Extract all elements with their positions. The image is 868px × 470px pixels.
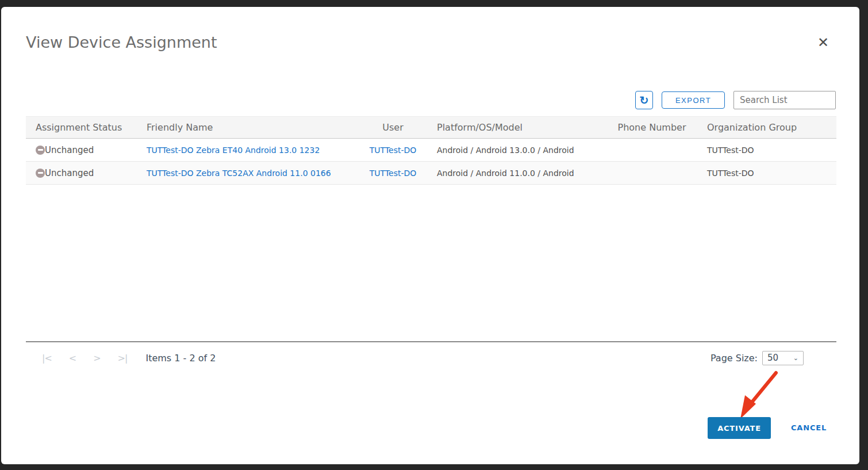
page-size-group: Page Size: 50 ⌄ xyxy=(710,351,804,365)
items-count-label: Items 1 - 2 of 2 xyxy=(145,353,216,364)
column-header-assignment-status[interactable]: Assignment Status xyxy=(26,117,143,139)
assignment-status-cell: Unchanged xyxy=(36,139,140,161)
table-header-row: Assignment Status Friendly Name User Pla… xyxy=(26,117,836,139)
friendly-name-link[interactable]: TUTTest-DO Zebra TC52AX Android 11.0 016… xyxy=(147,169,331,178)
chevron-down-icon: ⌄ xyxy=(793,354,798,362)
pagination-bar: |< < > >| Items 1 - 2 of 2 Page Size: 50… xyxy=(26,347,836,368)
last-page-icon[interactable]: >| xyxy=(118,353,128,364)
status-label: Unchanged xyxy=(45,168,94,178)
column-header-phone-number[interactable]: Phone Number xyxy=(600,117,704,139)
pagination-divider xyxy=(26,341,836,342)
phone-number-cell xyxy=(600,139,704,162)
friendly-name-link[interactable]: TUTTest-DO Zebra ET40 Android 13.0 1232 xyxy=(147,146,320,155)
table-row: Unchanged TUTTest-DO Zebra TC52AX Androi… xyxy=(26,162,836,185)
next-page-icon[interactable]: > xyxy=(93,353,100,364)
refresh-icon: ↻ xyxy=(640,94,649,107)
search-input[interactable] xyxy=(733,91,836,109)
cancel-button[interactable]: CANCEL xyxy=(791,423,827,432)
export-button[interactable]: EXPORT xyxy=(662,91,725,109)
device-assignment-table: Assignment Status Friendly Name User Pla… xyxy=(26,116,836,185)
activate-button[interactable]: ACTIVATE xyxy=(708,417,771,439)
close-icon[interactable]: ✕ xyxy=(817,36,829,49)
phone-number-cell xyxy=(600,162,704,185)
platform-cell: Android / Android 11.0.0 / Android xyxy=(433,162,600,185)
table-row: Unchanged TUTTest-DO Zebra ET40 Android … xyxy=(26,139,836,162)
refresh-button[interactable]: ↻ xyxy=(635,91,653,109)
pagination-nav: |< < > >| xyxy=(42,353,127,364)
page-title: View Device Assignment xyxy=(26,33,217,51)
column-header-friendly-name[interactable]: Friendly Name xyxy=(143,117,352,139)
column-header-platform[interactable]: Platform/OS/Model xyxy=(433,117,600,139)
column-header-organization-group[interactable]: Organization Group xyxy=(704,117,836,139)
page-size-label: Page Size: xyxy=(710,353,758,364)
page-size-value: 50 xyxy=(767,353,778,363)
previous-page-icon[interactable]: < xyxy=(69,353,76,364)
unchanged-minus-icon xyxy=(36,169,45,178)
unchanged-minus-icon xyxy=(36,146,45,155)
status-label: Unchanged xyxy=(45,145,94,155)
platform-cell: Android / Android 13.0.0 / Android xyxy=(433,139,600,162)
first-page-icon[interactable]: |< xyxy=(42,353,52,364)
view-device-assignment-dialog: View Device Assignment ✕ ↻ EXPORT Assign… xyxy=(1,7,859,464)
assignment-status-cell: Unchanged xyxy=(36,162,140,184)
page-size-select[interactable]: 50 ⌄ xyxy=(762,351,804,365)
organization-group-cell: TUTTest-DO xyxy=(704,139,836,162)
user-link[interactable]: TUTTest-DO xyxy=(370,146,417,155)
organization-group-cell: TUTTest-DO xyxy=(704,162,836,185)
column-header-user[interactable]: User xyxy=(352,117,433,139)
user-link[interactable]: TUTTest-DO xyxy=(370,169,417,178)
grid-toolbar: ↻ EXPORT xyxy=(635,91,836,109)
